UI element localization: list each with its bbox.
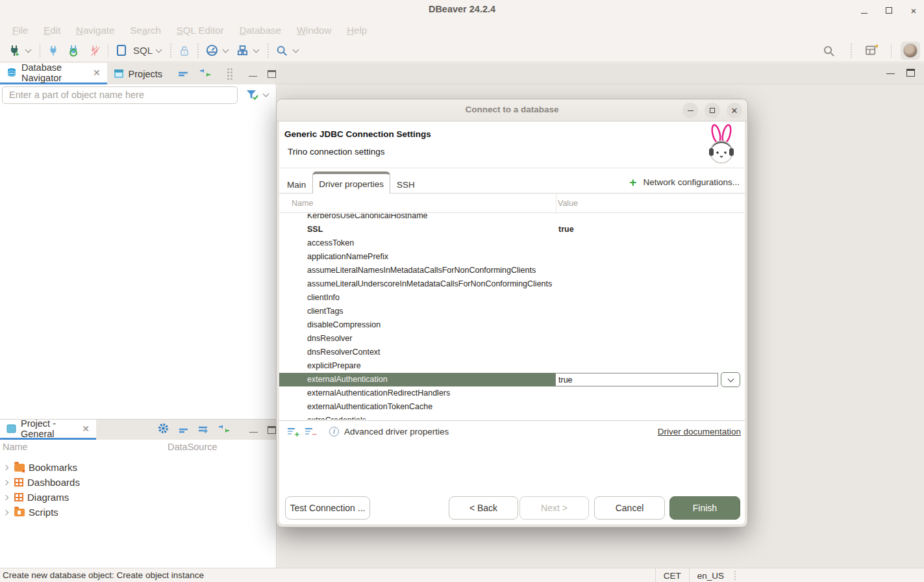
connect-icon[interactable]: [45, 42, 61, 59]
menu-item-help[interactable]: Help: [339, 25, 375, 36]
commit-mode-lock-icon[interactable]: [177, 42, 192, 59]
link-with-editor-icon[interactable]: [199, 68, 212, 80]
dialog-tab-main[interactable]: Main: [281, 175, 312, 194]
timezone-indicator[interactable]: CET: [655, 568, 689, 582]
chevron-right-icon[interactable]: [3, 464, 8, 470]
column-datasource[interactable]: DataSource: [168, 442, 218, 452]
panel-drag-handle[interactable]: [227, 68, 229, 70]
column-name[interactable]: Name: [292, 199, 313, 208]
menu-item-search[interactable]: Search: [122, 25, 169, 36]
expand-icon[interactable]: [198, 424, 208, 436]
perspective-icon[interactable]: [864, 42, 879, 59]
property-row[interactable]: explicitPrepare: [279, 359, 745, 373]
menu-item-database[interactable]: Database: [232, 25, 289, 36]
sql-editor-label[interactable]: SQL: [133, 45, 153, 56]
column-value[interactable]: Value: [558, 199, 578, 208]
filter-dropdown[interactable]: [263, 91, 269, 97]
value-dropdown-button[interactable]: [721, 372, 740, 387]
window-minimize-button[interactable]: [859, 5, 869, 16]
chevron-right-icon[interactable]: [3, 509, 8, 514]
menu-item-sql-editor[interactable]: SQL Editor: [169, 25, 232, 36]
property-row[interactable]: assumeLiteralNamesInMetadataCallsForNonC…: [279, 264, 745, 277]
property-row[interactable]: disableCompression: [279, 318, 745, 332]
property-row[interactable]: extraCredentials: [279, 414, 745, 420]
finish-button[interactable]: Finish: [669, 496, 740, 520]
property-value-input[interactable]: [555, 373, 718, 386]
filter-funnel-icon[interactable]: [245, 89, 258, 101]
remove-property-icon[interactable]: [305, 427, 315, 435]
property-row[interactable]: dnsResolver: [279, 332, 745, 346]
disconnect-icon[interactable]: [87, 42, 103, 59]
property-row[interactable]: externalAuthentication: [279, 373, 745, 386]
new-connection-dropdown[interactable]: [25, 46, 32, 53]
dashboard-dropdown[interactable]: [223, 46, 229, 53]
panel-maximize-icon[interactable]: [268, 70, 276, 78]
tab-project-general[interactable]: Project - General ✕: [0, 420, 96, 440]
quick-search-icon[interactable]: [821, 42, 836, 59]
gear-icon[interactable]: [158, 423, 169, 436]
dialog-close-button[interactable]: ✕: [727, 103, 742, 118]
add-property-icon[interactable]: [288, 427, 297, 435]
object-filter-input[interactable]: [2, 86, 238, 104]
chevron-right-icon[interactable]: [3, 494, 8, 500]
network-configurations-button[interactable]: + Network configurations...: [629, 176, 740, 188]
menu-item-window[interactable]: Window: [289, 25, 339, 36]
tree-item-bookmarks[interactable]: Bookmarks: [0, 460, 276, 475]
property-row[interactable]: dnsResolverContext: [279, 346, 745, 359]
dialog-minimize-button[interactable]: [682, 103, 698, 118]
menu-item-edit[interactable]: Edit: [36, 25, 68, 36]
dialog-tab-driver-properties[interactable]: Driver properties: [312, 171, 390, 194]
close-icon[interactable]: ✕: [93, 68, 101, 78]
tree-item-diagrams[interactable]: Diagrams: [0, 490, 276, 505]
window-close-button[interactable]: ×: [908, 5, 919, 16]
next-button[interactable]: Next >: [519, 496, 589, 520]
tree-item-scripts[interactable]: Scripts: [0, 505, 276, 520]
property-row[interactable]: accessToken: [279, 236, 745, 250]
property-name: explicitPrepare: [279, 359, 556, 373]
search-toolbar-icon[interactable]: [274, 42, 290, 59]
panel-minimize-icon[interactable]: [249, 427, 258, 433]
link-with-editor-icon[interactable]: [218, 424, 231, 436]
driver-documentation-link[interactable]: Driver documentation: [658, 427, 741, 436]
collapse-icon[interactable]: [179, 424, 188, 436]
close-icon[interactable]: ✕: [82, 424, 90, 434]
property-row[interactable]: SSLtrue: [279, 223, 745, 236]
back-button[interactable]: < Back: [449, 496, 518, 520]
sql-editor-icon[interactable]: [114, 42, 129, 59]
tab-database-navigator[interactable]: Database Navigator ✕: [0, 63, 107, 84]
cancel-button[interactable]: Cancel: [594, 496, 665, 520]
column-name[interactable]: Name: [3, 442, 28, 452]
sql-editor-dropdown[interactable]: [156, 46, 162, 53]
property-row[interactable]: clientInfo: [279, 291, 745, 305]
reconnect-icon[interactable]: [66, 42, 82, 59]
new-connection-icon[interactable]: +: [6, 42, 22, 59]
editor-maximize-icon[interactable]: [906, 69, 915, 77]
property-row[interactable]: assumeLiteralUnderscoreInMetadataCallsFo…: [279, 277, 745, 291]
dialog-maximize-button[interactable]: [705, 103, 720, 118]
data-transfer-icon[interactable]: [234, 42, 250, 59]
test-connection-button[interactable]: Test Connection ...: [285, 496, 370, 520]
window-maximize-button[interactable]: [884, 5, 894, 16]
property-row[interactable]: applicationNamePrefix: [279, 250, 745, 264]
property-row[interactable]: clientTags: [279, 305, 745, 318]
property-row[interactable]: externalAuthenticationTokenCache: [279, 400, 745, 414]
search-dropdown[interactable]: [293, 46, 299, 53]
collapse-all-icon[interactable]: [178, 68, 188, 80]
dialog-titlebar[interactable]: Connect to a database ✕: [277, 99, 747, 121]
chevron-right-icon[interactable]: [3, 479, 8, 485]
editor-minimize-icon[interactable]: [886, 69, 895, 77]
dashboard-gauge-icon[interactable]: [204, 42, 219, 59]
property-value: [556, 346, 745, 359]
account-avatar-button[interactable]: [901, 42, 920, 60]
panel-minimize-icon[interactable]: [249, 71, 257, 77]
menu-item-navigate[interactable]: Navigate: [68, 25, 122, 36]
panel-maximize-icon[interactable]: [268, 426, 276, 434]
property-row[interactable]: externalAuthenticationRedirectHandlers: [279, 386, 745, 400]
tab-projects[interactable]: Projects: [107, 63, 169, 84]
tree-item-dashboards[interactable]: Dashboards: [0, 475, 276, 490]
data-transfer-dropdown[interactable]: [253, 46, 260, 53]
menu-item-file[interactable]: File: [5, 25, 36, 36]
locale-indicator[interactable]: en_US: [689, 568, 732, 582]
dialog-tab-ssh[interactable]: SSH: [390, 175, 421, 194]
property-row[interactable]: KerberosUseCanonicalHostname: [279, 214, 745, 223]
